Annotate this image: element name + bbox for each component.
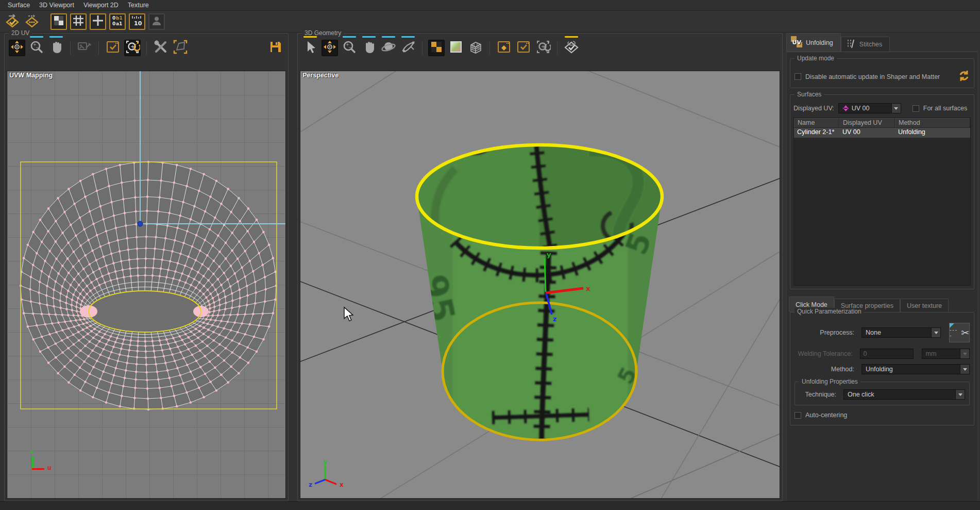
uv-coords-toggle[interactable]: 0b10a1 — [109, 13, 126, 30]
uv2d-snapshot-window[interactable] — [105, 40, 121, 56]
welding-tolerance-input[interactable] — [860, 349, 914, 359]
y-axis-label: y — [323, 458, 327, 466]
zoom-tool-icon: +− — [342, 40, 357, 56]
uv2d-zoom-tool[interactable]: +− — [28, 40, 45, 56]
uv2d-island-frame[interactable] — [172, 40, 189, 56]
geo3d-frame-selection[interactable] — [496, 40, 512, 56]
ruler-units-toggle[interactable]: 10 — [129, 13, 145, 30]
fly-tool-icon — [400, 39, 416, 57]
preprocess-label: Preprocess: — [795, 329, 854, 336]
geo3d-zoom-region[interactable]: + — [535, 40, 551, 56]
menu-3d-viewport[interactable]: 3D Viewport — [35, 1, 79, 10]
geo3d-frame-checked[interactable] — [515, 40, 532, 56]
u-axis-label: u — [47, 464, 51, 471]
geo3d-unfold-status[interactable] — [563, 40, 580, 56]
user-profile-button[interactable] — [148, 13, 165, 30]
geo3d-texture-checker[interactable] — [428, 40, 445, 56]
auto-centering-checkbox[interactable] — [795, 412, 801, 419]
snapshot-window-icon — [106, 40, 120, 56]
table-row-cylinder[interactable]: Cylinder 2-1* UV 00 Unfolding — [794, 128, 970, 138]
unfold-apply-button[interactable] — [4, 13, 21, 30]
tab-user-texture-label: User texture — [907, 302, 942, 309]
scene-canvas: 95 5 5 y x z — [300, 71, 780, 499]
col-method[interactable]: Method — [895, 118, 970, 128]
uv2d-texture-render[interactable] — [76, 40, 93, 56]
uv2d-save-button[interactable] — [267, 40, 284, 56]
unfold-options-icon — [24, 13, 40, 30]
geo3d-zoom-tool[interactable]: +− — [341, 40, 358, 56]
uv2d-tools[interactable] — [153, 40, 169, 56]
geo3d-move-tool[interactable] — [322, 40, 338, 56]
cell-method: Unfolding — [895, 128, 970, 138]
preprocess-select[interactable]: None — [861, 327, 941, 338]
unfold-options-button[interactable] — [24, 13, 40, 30]
axes-cross-toggle-icon — [92, 15, 104, 28]
chevron-down-icon — [960, 365, 969, 374]
geo3d-select-tool[interactable] — [302, 40, 318, 56]
geo3d-orbit-tool[interactable] — [380, 40, 397, 56]
uv-checker-icon: UV — [791, 36, 802, 49]
col-name[interactable]: Name — [794, 118, 839, 128]
geo3d-pan-tool[interactable] — [361, 40, 377, 56]
menu-viewport-2d[interactable]: Viewport 2D — [79, 1, 123, 10]
cut-seams-button[interactable]: ----✂ — [949, 323, 970, 342]
surfaces-table-header: Name Displayed UV Method — [794, 118, 970, 128]
welding-tolerance-label: Welding Tolerance: — [795, 350, 853, 357]
geo3d-gradient-display[interactable] — [448, 40, 464, 56]
displayed-uv-label: Displayed UV: — [793, 105, 834, 112]
geo3d-toolbar: +− + — [302, 38, 778, 58]
technique-select[interactable]: One click — [843, 389, 965, 400]
uv-mesh-canvas — [7, 71, 286, 499]
v-axis-line — [32, 457, 33, 469]
unfolding-properties-title: Unfolding Properties — [799, 378, 860, 385]
svg-text:−: − — [348, 45, 352, 50]
update-mode-title: Update mode — [795, 55, 837, 62]
move-tool-icon — [10, 40, 24, 56]
svg-text:0: 0 — [112, 15, 115, 21]
method-select[interactable]: Unfolding — [861, 364, 970, 374]
chevron-down-icon — [891, 104, 901, 113]
texture-checker-icon — [431, 41, 442, 55]
cell-name: Cylinder 2-1* — [794, 128, 839, 138]
cell-displayed-uv: UV 00 — [839, 128, 895, 138]
chevron-down-icon — [931, 328, 940, 337]
displayed-uv-value: UV 00 — [852, 105, 870, 112]
uv2d-toolbar: +− + — [9, 38, 284, 58]
refresh-icon[interactable] — [958, 70, 970, 83]
welding-unit-value: mm — [926, 350, 937, 357]
svg-text:z: z — [553, 315, 557, 323]
frame-selection-icon — [497, 40, 511, 56]
sidebar-content: Update mode Disable automatic update in … — [786, 52, 978, 501]
menu-texture[interactable]: Texture — [123, 1, 154, 10]
welding-unit-select[interactable]: mm — [922, 349, 970, 359]
geo3d-fly-tool[interactable] — [400, 40, 416, 56]
chevron-down-icon — [955, 390, 965, 399]
for-all-surfaces-checkbox[interactable] — [913, 105, 919, 112]
tab-stitches[interactable]: Stitches — [841, 37, 890, 52]
uv2d-pan-tool[interactable] — [48, 40, 64, 56]
v-axis-label: v — [30, 448, 34, 455]
uv2d-zoom-region-toggle[interactable]: + — [124, 40, 141, 56]
geo3d-voxel-display[interactable] — [467, 40, 484, 56]
tab-unfolding[interactable]: UV Unfolding — [786, 33, 841, 52]
svg-text:y: y — [547, 251, 551, 258]
zoom-region-icon: + — [535, 39, 551, 57]
stitches-icon — [846, 39, 856, 51]
uv2d-move-tool[interactable] — [9, 40, 25, 56]
tab-user-texture[interactable]: User texture — [900, 299, 949, 312]
uv2d-panel-title: 2D UV — [9, 29, 32, 37]
uv2d-viewport[interactable]: UVW Mapping v u — [7, 71, 286, 499]
displayed-uv-select[interactable]: UV 00 — [838, 103, 901, 113]
technique-value: One click — [848, 391, 874, 398]
method-value: Unfolding — [866, 366, 893, 373]
pan-tool-icon — [49, 40, 63, 56]
col-displayed-uv[interactable]: Displayed UV — [839, 118, 895, 128]
menu-surface[interactable]: Surface — [3, 1, 35, 10]
texture-checker-toggle[interactable] — [50, 13, 67, 30]
geo3d-viewport[interactable]: Perspective 95 5 5 y x z — [300, 71, 780, 499]
grid-toggle[interactable] — [70, 13, 87, 30]
method-label: Method: — [795, 366, 854, 373]
disable-auto-update-checkbox[interactable] — [795, 73, 801, 80]
axes-cross-toggle[interactable] — [90, 13, 106, 30]
move-tool-icon — [323, 40, 337, 56]
